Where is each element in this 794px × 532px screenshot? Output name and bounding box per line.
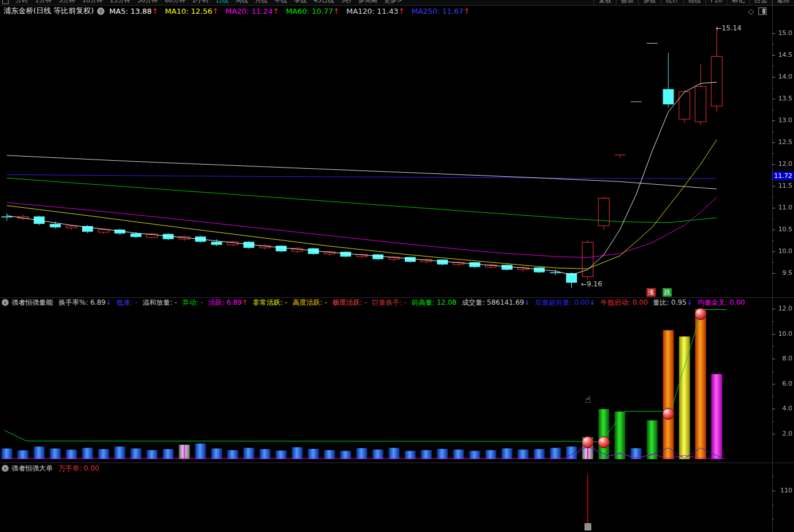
main-chart-canvas[interactable]: [0, 16, 772, 297]
axis-label-big-110: 110: [774, 487, 792, 494]
tool-自选[interactable]: 自选: [749, 0, 772, 5]
down-arrow-icon: ↓: [590, 298, 595, 306]
axis-tick: [772, 273, 775, 274]
tool-多股[interactable]: 多股: [638, 0, 661, 5]
tool-返回[interactable]: 返回: [772, 0, 794, 5]
axis-tick-minor: [772, 131, 774, 132]
axis-tick: [772, 434, 775, 434]
axis-tick-minor: [772, 421, 774, 422]
high-price-label: ←15.14: [716, 24, 741, 32]
axis-tick: [772, 359, 775, 359]
axis-tick: [772, 309, 775, 309]
up-arrow-icon: ↑: [242, 298, 247, 306]
volume-bar: [614, 411, 625, 459]
axis-tick-minor: [772, 476, 774, 477]
volume-bar: [373, 449, 384, 459]
period-tab-5秒[interactable]: 5秒: [338, 0, 355, 5]
volume-chart-canvas[interactable]: [0, 308, 772, 463]
period-tab-月线[interactable]: 月线: [251, 0, 271, 5]
axis-tick-minor: [772, 153, 774, 154]
tool-画线[interactable]: 画线: [683, 0, 706, 5]
period-tab-45日线[interactable]: 45日线: [310, 0, 338, 5]
split-window-icon[interactable]: [758, 7, 766, 15]
axis-label-vol-6.0: 6.0: [774, 380, 792, 387]
collapse-volume-icon[interactable]: ∨: [2, 299, 9, 306]
period-tab-10分钟[interactable]: 10分钟: [79, 0, 106, 5]
period-tab-更多>[interactable]: 更多>: [381, 0, 405, 5]
period-tab-15分钟[interactable]: 15分钟: [106, 0, 134, 5]
vol-readout-温和放量: 温和放量: -: [142, 298, 177, 306]
period-tab-2小时[interactable]: 2小时: [189, 0, 212, 5]
axis-tick: [772, 142, 775, 143]
axis-label-vol-8.0: 8.0: [774, 355, 792, 362]
vol-readout-成交量: 成交量: 586141.69↓: [462, 298, 530, 306]
period-tab-1分钟[interactable]: 1分钟: [32, 0, 55, 5]
collapse-main-icon[interactable]: ∨: [97, 7, 104, 15]
trading-terminal: 分时1分钟5分钟10分钟15分钟30分钟60分钟2小时日线周线月线年线季线45日…: [0, 0, 794, 532]
axis-tick: [772, 186, 775, 187]
tool-叠加[interactable]: 叠加: [616, 0, 638, 5]
tool-统计[interactable]: 统计: [661, 0, 683, 5]
candles-layer: [2, 27, 722, 288]
period-tab-60分钟[interactable]: 60分钟: [161, 0, 189, 5]
axis-price-highlight: 11.72: [773, 172, 793, 180]
bigorder-chart-canvas[interactable]: [0, 473, 772, 532]
axis-label-vol-4.0: 4.0: [774, 405, 792, 412]
period-tab-5分钟[interactable]: 5分钟: [55, 0, 79, 5]
signal-ball-marker: [695, 308, 706, 320]
ma-values: MA5: 13.88↑MA10: 12.56↑MA20: 11.24↑MA60:…: [109, 7, 477, 15]
volume-bar: [227, 450, 238, 459]
volume-bar: [502, 448, 513, 459]
axis-label-main-15.0: 15.0: [774, 29, 792, 37]
axis-tick-minor: [772, 110, 774, 110]
axis-tick: [772, 384, 775, 385]
period-tab-季线[interactable]: 季线: [291, 0, 310, 5]
volume-bar: [357, 448, 367, 459]
signal-ball-marker: [663, 408, 674, 420]
axis-label-main-11.5: 11.5: [774, 182, 792, 189]
diamond-icon[interactable]: ◇: [748, 7, 754, 15]
volume-panel-header: ∨ 强者恒强量能 换手率%: 6.89↓低迷: -温和放量: -异动: -活跃:…: [0, 298, 772, 307]
volume-bar: [550, 448, 561, 459]
period-tab-年线[interactable]: 年线: [271, 0, 291, 5]
ma-line-MA20: [7, 197, 716, 258]
axis-label-vol-2.0: 2.0: [774, 430, 792, 437]
up-arrow-icon: ↑: [333, 7, 339, 15]
volume-bar: [711, 374, 722, 459]
collapse-bigorder-icon[interactable]: ∨: [2, 465, 9, 472]
axis-tick-minor: [772, 219, 774, 219]
volume-bar: [421, 450, 432, 459]
ma-lines-layer: [7, 82, 716, 275]
axis-tick-minor: [772, 88, 774, 88]
arrow-left-icon: ←: [581, 280, 587, 288]
axis-label-main-11.0: 11.0: [774, 204, 792, 211]
volume-bar: [486, 450, 497, 459]
ma-line-MA250: [7, 174, 716, 178]
axis-label-main-12.0: 12.0: [774, 160, 792, 168]
axis-tick-minor: [772, 371, 774, 372]
window-icon: [2, 0, 9, 4]
tool-F10[interactable]: F10: [706, 0, 727, 5]
axis-tick: [772, 251, 775, 252]
volume-bar: [146, 450, 157, 459]
period-tab-多周期[interactable]: 多周期: [355, 0, 381, 5]
period-tab-日线[interactable]: 日线: [212, 0, 232, 5]
axis-tick: [772, 230, 775, 230]
volume-bar: [163, 449, 174, 459]
tool-复权[interactable]: 复权: [594, 0, 616, 5]
vol-readout-换手率%: 换手率%: 6.89↓: [59, 298, 111, 306]
period-tab-30分钟[interactable]: 30分钟: [134, 0, 161, 5]
volume-bar: [34, 446, 45, 459]
ma-line-MA10: [7, 139, 716, 269]
axis-tick-minor: [772, 505, 774, 506]
axis-tick: [772, 409, 775, 409]
tool-标记[interactable]: 标记: [727, 0, 749, 5]
volume-bar: [18, 451, 29, 459]
period-tab-周线[interactable]: 周线: [232, 0, 251, 5]
volume-bar: [243, 448, 254, 459]
right-axis-line: [772, 0, 773, 532]
volume-bar: [276, 451, 286, 459]
symbol-title: 浦东金桥(日线 等比前复权): [3, 6, 94, 16]
axis-label-main-13.0: 13.0: [774, 117, 792, 124]
period-tab-分时[interactable]: 分时: [12, 0, 32, 5]
